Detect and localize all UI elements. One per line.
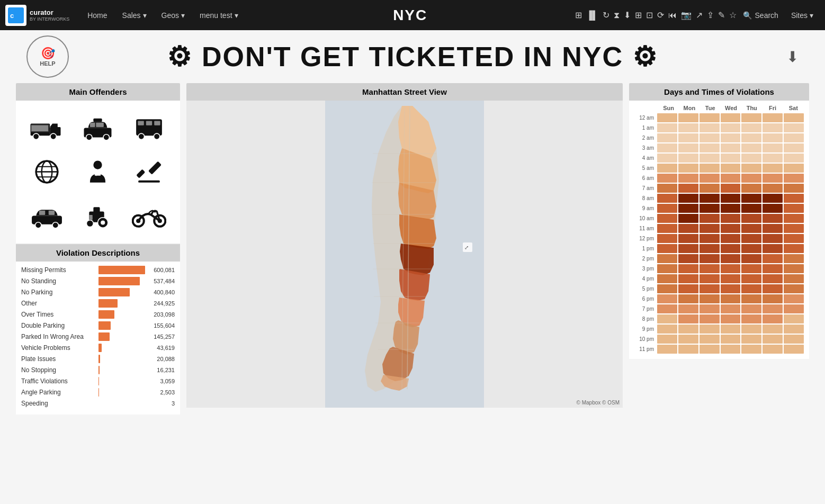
edit-icon[interactable]: ✎ [718,10,725,20]
heatmap-cell[interactable] [721,314,741,323]
heatmap-cell[interactable] [741,143,761,152]
heatmap-cell[interactable] [678,244,698,253]
violation-row[interactable]: Vehicle Problems43,619 [21,344,175,352]
heatmap-cell[interactable] [763,214,783,223]
heatmap-cell[interactable] [763,335,783,344]
heatmap-cell[interactable] [784,264,804,273]
heatmap-cell[interactable] [784,234,804,243]
heatmap-cell[interactable] [763,284,783,293]
heatmap-cell[interactable] [741,204,761,213]
heatmap-cell[interactable] [721,264,741,273]
heatmap-cell[interactable] [741,194,761,203]
heatmap-cell[interactable] [721,154,741,163]
heatmap-cell[interactable] [741,325,761,334]
violation-row[interactable]: No Parking400,840 [21,288,175,296]
heatmap-cell[interactable] [657,184,677,193]
heatmap-cell[interactable] [763,133,783,142]
camera-icon[interactable]: 📷 [681,10,692,20]
heatmap-cell[interactable] [763,194,783,203]
heatmap-cell[interactable] [700,284,720,293]
heatmap-cell[interactable] [678,133,698,142]
heatmap-cell[interactable] [657,284,677,293]
heatmap-cell[interactable] [700,274,720,283]
violation-row[interactable]: No Standing537,484 [21,277,175,285]
heatmap-cell[interactable] [784,274,804,283]
globe-icon-cell[interactable] [21,150,73,194]
nav-geos[interactable]: Geos ▾ [154,0,192,30]
heatmap-cell[interactable] [678,254,698,263]
heatmap-cell[interactable] [784,335,804,344]
heatmap-cell[interactable] [741,164,761,173]
heatmap-cell[interactable] [763,244,783,253]
heatmap-cell[interactable] [657,204,677,213]
heatmap-cell[interactable] [678,304,698,313]
star-icon[interactable]: ☆ [729,10,737,20]
heatmap-cell[interactable] [700,345,720,354]
bar-chart-icon[interactable]: ▐▌ [586,11,598,20]
heatmap-cell[interactable] [678,294,698,303]
nav-menutest[interactable]: menu test ▾ [192,0,245,30]
heatmap-cell[interactable] [678,143,698,152]
heatmap-cell[interactable] [763,345,783,354]
heatmap-cell[interactable] [678,174,698,183]
heatmap-cell[interactable] [678,154,698,163]
heatmap-cell[interactable] [678,274,698,283]
heatmap-cell[interactable] [741,274,761,283]
heatmap-cell[interactable] [763,254,783,263]
heatmap-cell[interactable] [763,294,783,303]
heatmap-cell[interactable] [657,113,677,122]
heatmap-cell[interactable] [721,214,741,223]
heatmap-cell[interactable] [678,314,698,323]
logo[interactable]: c curator BY INTERWORKS [5,5,69,26]
heatmap-cell[interactable] [657,304,677,313]
heatmap-cell[interactable] [741,133,761,142]
heatmap-cell[interactable] [763,224,783,233]
violation-row[interactable]: Double Parking155,604 [21,321,175,330]
heatmap-cell[interactable] [657,294,677,303]
heatmap-cell[interactable] [784,214,804,223]
table-icon[interactable]: ⊞ [575,10,582,20]
heatmap-cell[interactable] [763,154,783,163]
heatmap-cell[interactable] [657,244,677,253]
heatmap-cell[interactable] [678,204,698,213]
heatmap-cell[interactable] [763,264,783,273]
heatmap-cell[interactable] [784,194,804,203]
heatmap-cell[interactable] [657,133,677,142]
refresh-icon[interactable]: ↻ [603,10,609,20]
heatmap-cell[interactable] [657,254,677,263]
heatmap-cell[interactable] [700,214,720,223]
heatmap-cell[interactable] [678,284,698,293]
heatmap-cell[interactable] [784,204,804,213]
heatmap-cell[interactable] [657,274,677,283]
tractor-icon-cell[interactable] [73,194,124,238]
heatmap-cell[interactable] [678,325,698,334]
heatmap-cell[interactable] [741,304,761,313]
heatmap-cell[interactable] [741,254,761,263]
heatmap-cell[interactable] [700,234,720,243]
heatmap-cell[interactable] [741,264,761,273]
bus-icon-cell[interactable] [123,106,175,150]
heatmap-cell[interactable] [657,143,677,152]
heatmap-cell[interactable] [741,244,761,253]
heatmap-cell[interactable] [784,174,804,183]
heatmap-cell[interactable] [700,113,720,122]
heatmap-cell[interactable] [721,123,741,132]
heatmap-cell[interactable] [741,174,761,183]
heatmap-cell[interactable] [763,113,783,122]
user-profile-icon[interactable]: ⬇ [786,48,799,66]
heatmap-cell[interactable] [721,164,741,173]
heatmap-cell[interactable] [784,244,804,253]
officer-icon-cell[interactable]: + [73,150,124,194]
heatmap-cell[interactable] [763,204,783,213]
heatmap-cell[interactable] [678,123,698,132]
map-container[interactable]: ⤢ © Mapbox © OSM [186,101,623,408]
heatmap-cell[interactable] [700,294,720,303]
heatmap-cell[interactable] [741,314,761,323]
heatmap-cell[interactable] [763,234,783,243]
heatmap-cell[interactable] [763,184,783,193]
heatmap-cell[interactable] [700,204,720,213]
heatmap-cell[interactable] [678,234,698,243]
heatmap-cell[interactable] [721,254,741,263]
heatmap-cell[interactable] [784,314,804,323]
heatmap-cell[interactable] [657,123,677,132]
